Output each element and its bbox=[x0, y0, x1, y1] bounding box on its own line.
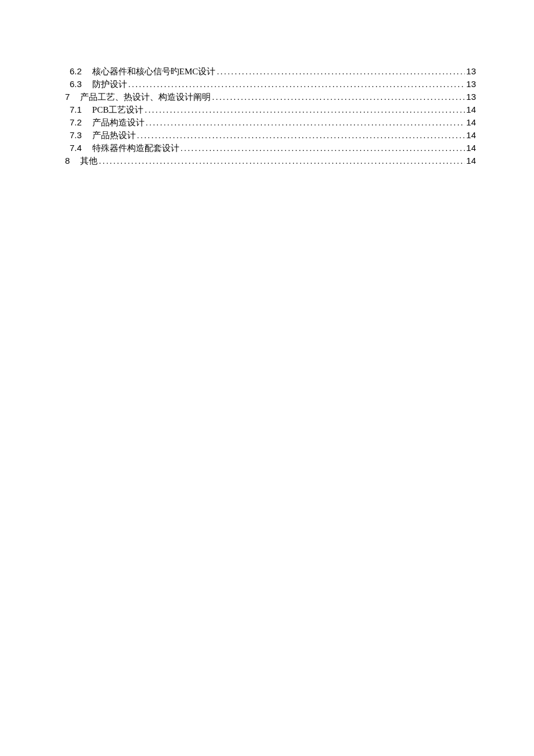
toc-page: 14 bbox=[466, 116, 476, 129]
toc-leader bbox=[145, 103, 465, 116]
toc-container: 6.2 核心器件和核心信号旳EMC设计 13 6.3 防护设计 13 7 产品工… bbox=[65, 65, 476, 167]
toc-title: 产品工艺、热设计、构造设计阐明 bbox=[80, 91, 211, 103]
toc-leader bbox=[181, 142, 465, 154]
toc-page: 13 bbox=[466, 78, 476, 91]
toc-title: 产品构造设计 bbox=[92, 116, 145, 129]
toc-leader bbox=[146, 116, 465, 129]
toc-title: 防护设计 bbox=[92, 78, 127, 91]
toc-leader bbox=[128, 78, 465, 91]
toc-page: 13 bbox=[466, 65, 476, 78]
toc-page: 14 bbox=[466, 154, 476, 167]
toc-entry: 7.3 产品热设计 14 bbox=[65, 129, 476, 142]
toc-entry: 6.3 防护设计 13 bbox=[65, 78, 476, 91]
toc-page: 14 bbox=[466, 142, 476, 154]
toc-title: 特殊器件构造配套设计 bbox=[92, 142, 179, 154]
toc-number: 7.1 bbox=[70, 103, 82, 116]
toc-page: 13 bbox=[466, 91, 476, 103]
toc-leader bbox=[212, 91, 465, 103]
toc-number: 6.3 bbox=[70, 78, 82, 91]
toc-entry: 6.2 核心器件和核心信号旳EMC设计 13 bbox=[65, 65, 476, 78]
toc-title: PCB工艺设计 bbox=[92, 103, 143, 116]
toc-title: 核心器件和核心信号旳EMC设计 bbox=[92, 65, 216, 78]
toc-leader bbox=[99, 154, 465, 167]
toc-number: 7 bbox=[65, 91, 70, 103]
toc-number: 7.3 bbox=[70, 129, 82, 142]
toc-leader bbox=[137, 129, 465, 142]
toc-page: 14 bbox=[466, 129, 476, 142]
toc-title: 其他 bbox=[80, 154, 98, 167]
toc-number: 6.2 bbox=[70, 65, 82, 78]
toc-title: 产品热设计 bbox=[92, 129, 136, 142]
toc-entry: 7.1 PCB工艺设计 14 bbox=[65, 103, 476, 116]
toc-entry: 8 其他 14 bbox=[65, 154, 476, 167]
toc-entry: 7.2 产品构造设计 14 bbox=[65, 116, 476, 129]
toc-leader bbox=[217, 65, 465, 78]
toc-number: 7.2 bbox=[70, 116, 82, 129]
toc-entry: 7.4 特殊器件构造配套设计 14 bbox=[65, 142, 476, 154]
toc-page: 14 bbox=[466, 103, 476, 116]
toc-number: 7.4 bbox=[70, 142, 82, 154]
toc-number: 8 bbox=[65, 154, 70, 167]
toc-entry: 7 产品工艺、热设计、构造设计阐明 13 bbox=[65, 91, 476, 103]
